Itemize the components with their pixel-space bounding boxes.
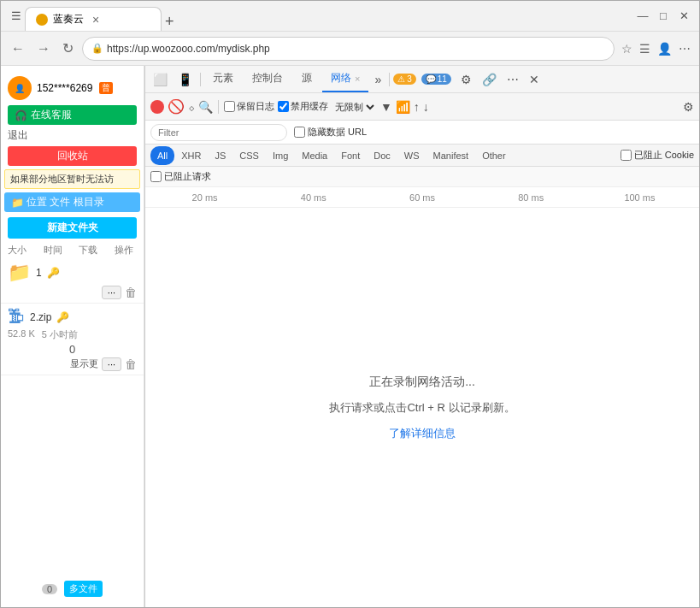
- devtools-inspect-btn[interactable]: ⬜: [149, 71, 172, 88]
- profile-btn[interactable]: 👤: [656, 40, 674, 57]
- reload-btn[interactable]: ↻: [59, 38, 77, 58]
- see-more-label[interactable]: 显示更: [70, 357, 98, 371]
- new-tab-btn[interactable]: +: [165, 13, 174, 31]
- timeline-100: 100 ms: [585, 192, 694, 203]
- devtools-close-btn[interactable]: ✕: [525, 71, 544, 88]
- file-name[interactable]: 2.zip: [30, 311, 51, 323]
- net-tab-js[interactable]: JS: [208, 146, 232, 165]
- separator2: [389, 73, 390, 86]
- file-row: 📁 1 🔑: [8, 262, 137, 284]
- file-name[interactable]: 1: [36, 267, 42, 279]
- minimize-btn[interactable]: —: [634, 8, 651, 25]
- file-delete-btn[interactable]: 🗑: [125, 286, 137, 299]
- net-tab-media[interactable]: Media: [295, 146, 334, 165]
- logout-btn[interactable]: 退出: [1, 127, 144, 145]
- timeline-80: 80 ms: [477, 192, 585, 203]
- recycle-bin-btn[interactable]: 回收站: [8, 146, 137, 166]
- zip-icon: 🗜: [8, 307, 25, 327]
- file-more-btn[interactable]: ···: [102, 357, 121, 371]
- tab-console[interactable]: 控制台: [244, 66, 291, 92]
- block-req-checkbox[interactable]: [150, 171, 162, 182]
- filter-input[interactable]: [150, 124, 287, 141]
- preserve-log-checkbox[interactable]: [224, 101, 235, 112]
- download-icon-btn[interactable]: ↓: [423, 100, 429, 114]
- disable-cache-checkbox[interactable]: [278, 101, 289, 112]
- url-bar[interactable]: 🔒 https://up.woozooo.com/mydisk.php: [82, 37, 615, 61]
- tab-network[interactable]: 网络 ×: [322, 66, 368, 92]
- star-btn[interactable]: ☆: [620, 40, 634, 57]
- tab-sources[interactable]: 源: [293, 66, 321, 92]
- net-tab-img[interactable]: Img: [266, 146, 295, 165]
- file-delete-btn[interactable]: 🗑: [125, 357, 137, 371]
- user-tag: 普: [99, 82, 113, 94]
- file-actions: 显示更 ··· 🗑: [8, 357, 137, 371]
- net-tab-xhr[interactable]: XHR: [174, 146, 208, 165]
- user-id: 152****6269: [37, 82, 92, 94]
- col-action: 操作: [115, 244, 137, 257]
- net-tab-manifest[interactable]: Manifest: [426, 146, 476, 165]
- devtools-more-btn[interactable]: ⋯: [503, 71, 523, 88]
- sidebar-toggle-btn[interactable]: ☰: [8, 8, 25, 25]
- upload-btn[interactable]: ↑: [414, 100, 420, 114]
- devtools-settings-btn[interactable]: ⚙: [456, 71, 476, 88]
- file-row: 🗜 2.zip 🔑: [8, 307, 137, 327]
- file-key-icon: 🔑: [47, 267, 60, 279]
- record-btn[interactable]: [150, 100, 164, 114]
- block-cookie-label[interactable]: 已阻止 Cookie: [621, 149, 694, 162]
- col-download: 下载: [79, 244, 97, 257]
- hide-data-url-label[interactable]: 隐藏数据 URL: [294, 126, 367, 139]
- throttle-down-btn[interactable]: ▼: [380, 100, 392, 114]
- empty-desc: 执行请求或点击Ctrl + R 以记录刷新。: [329, 400, 515, 416]
- active-tab[interactable]: 蓝奏云 ×: [25, 7, 162, 31]
- empty-state: 正在录制网络活动... 执行请求或点击Ctrl + R 以记录刷新。 了解详细信…: [145, 208, 699, 607]
- download-count: 0: [8, 343, 137, 356]
- tab-close-btn[interactable]: ×: [92, 13, 99, 27]
- devtools-network-btn[interactable]: 🔗: [478, 71, 501, 88]
- learn-more-link[interactable]: 了解详细信息: [389, 426, 456, 441]
- net-tab-css[interactable]: CSS: [232, 146, 266, 165]
- net-tab-font[interactable]: Font: [334, 146, 367, 165]
- online-service-btn[interactable]: 🎧 在线客服: [8, 105, 137, 125]
- warning-badge: ⚠ 3: [393, 74, 416, 85]
- new-folder-btn[interactable]: 新建文件夹: [8, 217, 137, 239]
- timeline-60: 60 ms: [368, 192, 476, 203]
- throttle-select[interactable]: 无限制: [332, 101, 377, 113]
- back-btn[interactable]: ←: [8, 39, 28, 58]
- search-btn[interactable]: 🔍: [198, 100, 213, 114]
- lock-icon: 🔒: [91, 43, 103, 54]
- file-actions: ··· 🗑: [8, 286, 137, 299]
- wifi-icon[interactable]: 📶: [396, 100, 410, 114]
- net-tab-all[interactable]: All: [150, 146, 174, 165]
- network-toolbar: 🚫 ⬦ 🔍 保留日志 禁用缓存 无限制 ▼ 📶 ↑ ↓: [145, 93, 699, 121]
- location-bar[interactable]: 📁 位置 文件 根目录: [4, 192, 140, 212]
- disable-cache-label[interactable]: 禁用缓存: [278, 100, 328, 113]
- user-info: 👤 152****6269 普: [1, 73, 144, 103]
- more-btn[interactable]: ⋯: [677, 40, 692, 57]
- network-settings-btn[interactable]: ⚙: [683, 100, 694, 114]
- separator: [200, 73, 201, 86]
- net-tab-ws[interactable]: WS: [397, 146, 426, 165]
- more-tabs-btn[interactable]: »: [370, 71, 385, 88]
- filter-btn[interactable]: ⬦: [188, 100, 195, 114]
- collection-btn[interactable]: ☰: [638, 40, 652, 57]
- net-tab-doc[interactable]: Doc: [367, 146, 397, 165]
- tab-network-close[interactable]: ×: [355, 74, 360, 84]
- block-req-label[interactable]: 已阻止请求: [150, 170, 211, 183]
- multi-file-btn[interactable]: 多文件: [64, 581, 103, 597]
- hide-data-url-checkbox[interactable]: [294, 127, 305, 138]
- stop-btn[interactable]: 🚫: [168, 98, 185, 115]
- count-badge: 0: [42, 584, 57, 594]
- net-tab-other[interactable]: Other: [475, 146, 513, 165]
- close-btn[interactable]: ✕: [675, 8, 692, 25]
- devtools-device-btn[interactable]: 📱: [174, 71, 197, 88]
- timeline-20: 20 ms: [150, 192, 259, 203]
- address-bar: ← → ↻ 🔒 https://up.woozooo.com/mydisk.ph…: [1, 32, 699, 66]
- tab-elements[interactable]: 元素: [204, 66, 242, 92]
- file-more-btn[interactable]: ···: [102, 286, 121, 299]
- empty-title: 正在录制网络活动...: [369, 375, 475, 390]
- devtools-tabs: ⬜ 📱 元素 控制台 源 网络 × »: [145, 66, 699, 93]
- maximize-btn[interactable]: □: [655, 8, 672, 25]
- forward-btn[interactable]: →: [33, 39, 54, 58]
- preserve-log-label[interactable]: 保留日志: [224, 100, 274, 113]
- block-cookie-checkbox[interactable]: [621, 150, 632, 161]
